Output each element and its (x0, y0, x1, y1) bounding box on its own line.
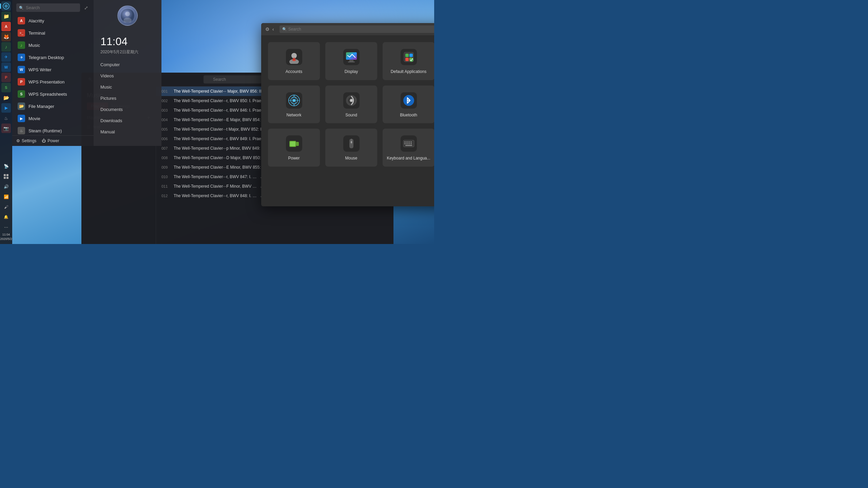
launcher-app-label: File Manager (28, 104, 54, 109)
track-num: 011 (161, 184, 171, 188)
svg-rect-19 (405, 58, 409, 61)
launcher-search-icon: 🔍 (19, 5, 24, 10)
track-name: The Well-Tempered Clavier···r, BWV 848: … (174, 193, 258, 198)
power-label: Power (47, 138, 59, 143)
svg-rect-2 (4, 174, 6, 176)
track-name: The Well-Tempered Clavier···F Minor, BWV… (174, 184, 258, 189)
power-label: Power (288, 156, 300, 161)
track-num: 008 (161, 156, 171, 160)
track-num: 003 (161, 108, 171, 112)
taskbar-time: 11:04 (2, 233, 10, 237)
launcher-panel: 🔍 ⤢ A Alacritty >_ Terminal ♪ Music ✈ Te… (12, 0, 94, 146)
settings-item-keyboard[interactable]: Keyboard and Langua... (383, 129, 434, 167)
settings-item-bluetooth[interactable]: Bluetooth (383, 86, 434, 124)
places-music[interactable]: Music (94, 81, 161, 93)
track-num: 012 (161, 194, 171, 198)
places-computer[interactable]: Computer (94, 59, 161, 70)
taskbar-files-icon[interactable]: 📁 (1, 12, 11, 21)
taskbar-wps-writer-icon[interactable]: W (1, 62, 11, 72)
settings-item-display[interactable]: Display (325, 42, 377, 80)
launcher-app-alacritty[interactable]: A Alacritty (15, 15, 91, 27)
places-date: 2020年5月2日星期六 (94, 49, 161, 59)
taskbar-wps-presentation-icon[interactable]: P (1, 73, 11, 82)
taskbar-deepin-icon[interactable] (1, 1, 11, 11)
launcher-app-label: Steam (Runtime) (28, 128, 62, 133)
launcher-app-telegram[interactable]: ✈ Telegram Desktop (15, 51, 91, 63)
svg-rect-54 (410, 142, 412, 143)
power-icon (286, 135, 302, 152)
launcher-app-wps-spreadsheets[interactable]: S WPS Spreadsheets (15, 88, 91, 100)
launcher-app-music[interactable]: ♪ Music (15, 39, 91, 51)
taskbar-wifi-icon[interactable]: 📶 (1, 192, 11, 202)
taskbar-music-icon[interactable]: ♪ (1, 42, 11, 52)
launcher-app-wps-presentation[interactable]: P WPS Presentation (15, 76, 91, 88)
svg-rect-47 (290, 142, 295, 146)
settings-button[interactable]: ⚙ Settings (16, 138, 36, 143)
launcher-app-label: Terminal (28, 31, 45, 36)
svg-point-7 (125, 12, 130, 16)
svg-rect-57 (408, 143, 410, 144)
launcher-app-steam[interactable]: ♨ Steam (Runtime) (15, 125, 91, 135)
taskbar-movie-icon[interactable]: ▶ (1, 103, 11, 113)
mouse-icon (343, 135, 360, 152)
svg-rect-53 (408, 142, 410, 143)
svg-rect-4 (4, 177, 6, 179)
taskbar-wps-spreadsheet-icon[interactable]: S (1, 83, 11, 92)
settings-search-input[interactable] (279, 25, 434, 33)
svg-rect-51 (404, 142, 406, 143)
svg-rect-56 (406, 143, 408, 144)
launcher-app-label: WPS Writer (28, 67, 52, 72)
settings-search-wrap: 🔍 (279, 25, 434, 33)
bluetooth-label: Bluetooth (400, 113, 417, 118)
places-videos[interactable]: Videos (94, 70, 161, 81)
network-label: Network (286, 113, 301, 118)
settings-item-sound[interactable]: Sound (325, 86, 377, 124)
taskbar-file-manager-icon[interactable]: 📂 (1, 93, 11, 102)
launcher-expand-icon[interactable]: ⤢ (83, 4, 90, 12)
launcher-app-file-manager[interactable]: 📂 File Manager (15, 100, 91, 112)
taskbar-steam-icon[interactable]: ♨ (1, 113, 11, 123)
places-documents[interactable]: Documents (94, 104, 161, 115)
settings-item-accounts[interactable]: Accounts (268, 42, 320, 80)
settings-item-mouse[interactable]: Mouse (325, 129, 377, 167)
settings-item-default-apps[interactable]: Default Applications (383, 42, 434, 80)
settings-item-network[interactable]: Network (268, 86, 320, 124)
taskbar-sound-icon[interactable]: 🔊 (1, 182, 11, 191)
launcher-app-label: WPS Presentation (28, 79, 64, 85)
taskbar-screenshot-icon[interactable]: 📷 (1, 124, 11, 133)
settings-gear-icon: ⚙ (265, 26, 270, 32)
taskbar-left: 📁 A 🦊 ♪ ✈ W P S 📂 ▶ ♨ 📷 📡 (0, 0, 12, 244)
taskbar-network-icon[interactable]: 📡 (1, 162, 11, 171)
user-avatar-wrap (94, 5, 161, 26)
launcher-app-wps-writer[interactable]: W WPS Writer (15, 63, 91, 76)
taskbar-firefox-icon[interactable]: 🦊 (1, 32, 11, 41)
network-icon (286, 92, 302, 109)
launcher-app-label: Alacritty (28, 18, 44, 23)
places-downloads[interactable]: Downloads (94, 115, 161, 126)
power-button[interactable]: ⏻ Power (42, 138, 59, 143)
track-num: 004 (161, 118, 171, 122)
taskbar-grid-icon[interactable] (1, 172, 11, 181)
launcher-app-terminal[interactable]: >_ Terminal (15, 27, 91, 39)
svg-rect-46 (296, 142, 299, 146)
taskbar-notification-icon[interactable]: 🔔 (1, 212, 11, 222)
taskbar-alacritty-icon[interactable]: A (1, 22, 11, 31)
display-label: Display (345, 69, 358, 75)
launcher-search-input[interactable] (16, 3, 80, 12)
settings-back-button[interactable]: ‹ (272, 26, 274, 32)
default-apps-icon (401, 49, 417, 65)
svg-point-21 (409, 58, 413, 62)
taskbar-clock[interactable]: 11:04 2020/5/2 (0, 233, 12, 243)
svg-rect-58 (410, 143, 412, 144)
taskbar-brush-icon[interactable]: 🖌 (1, 202, 11, 212)
taskbar-dots-icon[interactable]: ⋯ (1, 223, 11, 232)
track-num: 010 (161, 175, 171, 179)
launcher-app-movie[interactable]: ▶ Movie (15, 112, 91, 125)
taskbar-telegram-icon[interactable]: ✈ (1, 52, 11, 62)
track-num: 005 (161, 127, 171, 131)
settings-item-power[interactable]: Power (268, 129, 320, 167)
places-panel: 11:04 2020年5月2日星期六 Computer Videos Music… (94, 0, 161, 146)
places-manual[interactable]: Manual (94, 126, 161, 137)
track-num: 007 (161, 146, 171, 150)
places-pictures[interactable]: Pictures (94, 93, 161, 104)
